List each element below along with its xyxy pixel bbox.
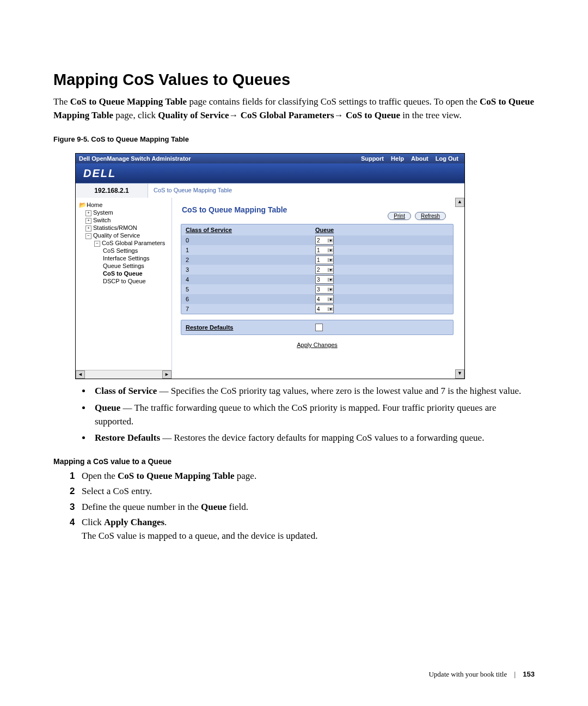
tree-queue-settings[interactable]: Queue Settings — [103, 263, 144, 269]
scroll-right-icon[interactable]: ► — [162, 370, 171, 379]
expand-icon[interactable]: + — [85, 226, 91, 232]
cos-value: 7 — [186, 306, 315, 312]
list-item: Open the CoS to Queue Mapping Table page… — [70, 469, 535, 483]
cos-value: 3 — [186, 266, 315, 273]
app-title: Dell OpenManage Switch Administrator — [79, 155, 191, 162]
procedure-steps: Open the CoS to Queue Mapping Table page… — [70, 469, 535, 530]
footer-page-number: 153 — [523, 670, 535, 678]
tree-stats[interactable]: Statistics/RMON — [93, 224, 137, 231]
collapse-icon[interactable]: − — [94, 241, 100, 247]
list-item: Queue — The traffic forwarding queue to … — [91, 401, 535, 428]
cos-value: 0 — [186, 237, 315, 244]
window-titlebar: Dell OpenManage Switch Administrator Sup… — [76, 154, 464, 163]
print-button[interactable]: Print — [388, 212, 411, 220]
field-descriptions: Class of Service — Specifies the CoS pri… — [70, 385, 535, 445]
table-row: 64 — [181, 294, 453, 304]
scroll-up-icon[interactable]: ▲ — [455, 198, 464, 207]
about-link[interactable]: About — [411, 155, 428, 162]
intro-paragraph: The CoS to Queue Mapping Table page cont… — [53, 95, 535, 122]
scroll-down-icon[interactable]: ▼ — [455, 369, 464, 379]
nav-tree: 📂Home +System +Switch +Statistics/RMON −… — [76, 198, 172, 379]
page-heading: Mapping CoS Values to Queues — [53, 71, 535, 89]
refresh-button[interactable]: Refresh — [415, 212, 446, 220]
figure-caption: Figure 9-5. CoS to Queue Mapping Table — [53, 135, 535, 143]
dell-logo: DELL — [83, 167, 116, 180]
table-row: 11 — [181, 245, 453, 255]
content-pane: CoS to Queue Mapping Table Print Refresh… — [172, 198, 464, 379]
table-row: 74 — [181, 304, 453, 314]
cos-value: 6 — [186, 296, 315, 302]
cos-value: 5 — [186, 286, 315, 293]
col-header-cos: Class of Service — [186, 227, 315, 233]
procedure-result: The CoS value is mapped to a queue, and … — [82, 531, 535, 541]
table-row: 02 — [181, 235, 453, 245]
footer-book-title: Update with your book title — [428, 670, 507, 678]
table-row: 43 — [181, 275, 453, 284]
list-item: Select a CoS entry. — [70, 484, 535, 498]
queue-select[interactable]: 3 — [315, 275, 334, 284]
page-footer: Update with your book title | 153 — [428, 670, 535, 679]
cos-value: 1 — [186, 247, 315, 253]
logo-bar: DELL — [76, 163, 464, 183]
tree-cos-global[interactable]: CoS Global Parameters — [102, 240, 165, 246]
titlebar-links: Support Help About Log Out — [358, 155, 461, 162]
list-item: Click Apply Changes. — [70, 515, 535, 530]
tree-dscp-to-queue[interactable]: DSCP to Queue — [103, 278, 146, 284]
list-item: Define the queue number in the Queue fie… — [70, 500, 535, 514]
breadcrumb: CoS to Queue Mapping Table — [148, 184, 464, 198]
cos-queue-table: Class of Service Queue 0211213243536474 — [181, 224, 454, 314]
col-header-queue: Queue — [315, 227, 334, 233]
tree-cos-to-queue[interactable]: CoS to Queue — [103, 270, 143, 277]
list-item: Class of Service — Specifies the CoS pri… — [91, 385, 535, 398]
apply-changes-button[interactable]: Apply Changes — [297, 342, 338, 348]
folder-icon: 📂 — [79, 202, 87, 208]
tree-system[interactable]: System — [93, 209, 113, 216]
cos-value: 4 — [186, 276, 315, 283]
ip-address: 192.168.2.1 — [76, 184, 148, 198]
scroll-left-icon[interactable]: ◄ — [76, 370, 85, 379]
tree-interface-settings[interactable]: Interface Settings — [103, 255, 150, 261]
queue-select[interactable]: 1 — [315, 255, 334, 264]
expand-icon[interactable]: + — [85, 218, 91, 224]
table-row: 21 — [181, 255, 453, 265]
tree-cos-settings[interactable]: CoS Settings — [103, 247, 138, 254]
queue-select[interactable]: 4 — [315, 305, 334, 313]
restore-defaults-row: Restore Defaults — [181, 320, 454, 335]
queue-select[interactable]: 2 — [315, 265, 334, 274]
list-item: Restore Defaults — Restores the device f… — [91, 431, 535, 445]
support-link[interactable]: Support — [361, 155, 384, 162]
screenshot: Dell OpenManage Switch Administrator Sup… — [75, 153, 465, 379]
tree-home[interactable]: Home — [87, 202, 102, 208]
procedure-heading: Mapping a CoS value to a Queue — [53, 457, 535, 466]
queue-select[interactable]: 3 — [315, 285, 334, 294]
queue-select[interactable]: 1 — [315, 246, 334, 254]
table-row: 53 — [181, 284, 453, 294]
tree-switch[interactable]: Switch — [93, 217, 111, 223]
table-row: 32 — [181, 265, 453, 275]
footer-separator: | — [514, 670, 516, 678]
help-link[interactable]: Help — [391, 155, 404, 162]
tree-qos[interactable]: Quality of Service — [93, 232, 140, 239]
cos-value: 2 — [186, 257, 315, 263]
logout-link[interactable]: Log Out — [436, 155, 458, 162]
restore-defaults-label: Restore Defaults — [186, 324, 315, 331]
queue-select[interactable]: 2 — [315, 236, 334, 245]
expand-icon[interactable]: + — [85, 210, 91, 216]
restore-defaults-checkbox[interactable] — [315, 324, 323, 331]
tree-horizontal-scrollbar[interactable]: ◄► — [76, 370, 171, 379]
collapse-icon[interactable]: − — [85, 233, 91, 239]
queue-select[interactable]: 4 — [315, 295, 334, 303]
